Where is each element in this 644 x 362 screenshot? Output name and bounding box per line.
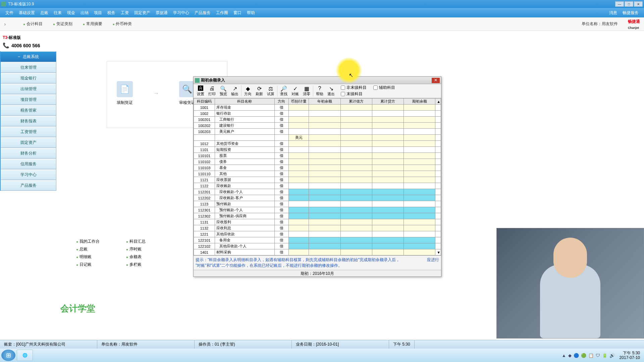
- menu-tax[interactable]: 税务: [105, 10, 118, 16]
- table-row[interactable]: 1001库存现金借: [194, 105, 441, 111]
- flow-audit[interactable]: 🔍 审核凭证: [179, 81, 195, 106]
- ql-journal[interactable]: 日记账: [76, 262, 100, 267]
- check-nonleaf[interactable]: 非末级科目: [341, 85, 367, 90]
- tray-icon[interactable]: 🛡: [596, 353, 600, 358]
- col-bal[interactable]: 期初余额: [404, 99, 435, 105]
- chevron-icon[interactable]: ›››: [4, 21, 5, 27]
- tb-设置[interactable]: 🅰设置: [195, 85, 206, 97]
- scrollbar[interactable]: [435, 111, 441, 117]
- scroll-up[interactable]: ▲: [435, 99, 441, 105]
- tb-试算[interactable]: ⚖试算: [265, 85, 276, 97]
- scrollbar[interactable]: [435, 219, 441, 225]
- tray-clock[interactable]: 下午 5:30 2017-07-10: [620, 351, 640, 360]
- menu-msg[interactable]: 消息: [606, 10, 620, 16]
- tb-预览[interactable]: 🔍预览: [218, 85, 229, 97]
- menu-cash[interactable]: 现金: [64, 10, 78, 16]
- dialog-close-button[interactable]: ✕: [432, 78, 440, 83]
- scrollbar[interactable]: [435, 225, 441, 231]
- scrollbar[interactable]: [435, 177, 441, 183]
- tb-查找[interactable]: 🔎查找: [278, 85, 289, 97]
- scrollbar[interactable]: [435, 141, 441, 147]
- table-row[interactable]: 100202 建设银行借: [194, 123, 441, 129]
- menu-ar[interactable]: 往来: [51, 10, 64, 16]
- balance-grid[interactable]: 科目编码 科目名称 方向 币别/计量 年初余额 累计借方 累计贷方 期初余额 ▲…: [194, 98, 441, 255]
- table-row[interactable]: 1122应收账款借: [194, 183, 441, 189]
- ql-chrono[interactable]: 序时账: [126, 246, 146, 252]
- scrollbar[interactable]: [435, 213, 441, 219]
- scrollbar[interactable]: [435, 159, 441, 165]
- tray-icon[interactable]: ◆: [568, 353, 572, 358]
- ql-detail[interactable]: 明细账: [76, 254, 100, 260]
- dialog-titlebar[interactable]: 期初余额录入 ✕: [194, 77, 441, 84]
- menu-window[interactable]: 窗口: [231, 10, 244, 16]
- ql-summary[interactable]: 科目汇总: [126, 239, 146, 244]
- nav-credit[interactable]: 信用服务: [1, 159, 56, 169]
- menu-help[interactable]: 帮助: [244, 10, 258, 16]
- table-row[interactable]: 110103 基金借: [194, 165, 441, 171]
- table-row[interactable]: 110101 股票借: [194, 153, 441, 159]
- tb-输出[interactable]: ↗输出: [229, 85, 240, 97]
- table-row[interactable]: 1132应收利息借: [194, 225, 441, 231]
- table-row[interactable]: 122101 备用金借: [194, 237, 441, 243]
- tray-icon[interactable]: 📋: [588, 353, 594, 358]
- ql-balance[interactable]: 余额表: [126, 254, 146, 260]
- scrollbar[interactable]: [435, 129, 441, 135]
- scrollbar[interactable]: [435, 105, 441, 111]
- sub-voucher-type[interactable]: 凭证类别: [53, 21, 72, 27]
- nav-tax[interactable]: 税务管家: [1, 105, 56, 116]
- scrollbar[interactable]: [435, 195, 441, 201]
- scrollbar[interactable]: [435, 231, 441, 237]
- nav-project[interactable]: 项目管理: [1, 94, 56, 105]
- tb-方向[interactable]: ◆方向: [242, 85, 254, 97]
- sub-currency[interactable]: 外币种类: [113, 21, 132, 27]
- nav-ar[interactable]: 往来管理: [1, 62, 56, 73]
- col-name[interactable]: 科目名称: [215, 99, 274, 105]
- table-row[interactable]: 112201 应收账款-个人借: [194, 189, 441, 195]
- nav-learn[interactable]: 学习中心: [1, 169, 56, 180]
- scrollbar[interactable]: [435, 123, 441, 129]
- scrollbar[interactable]: [435, 171, 441, 177]
- scrollbar[interactable]: [435, 237, 441, 243]
- scrollbar[interactable]: [435, 117, 441, 123]
- scroll-down[interactable]: ▼: [435, 249, 441, 255]
- col-curr[interactable]: 币别/计量: [288, 99, 309, 105]
- table-row[interactable]: 100201 工商银行借: [194, 117, 441, 123]
- scrollbar[interactable]: [435, 135, 441, 141]
- task-ie[interactable]: 🌐: [17, 350, 33, 361]
- scrollbar[interactable]: [435, 183, 441, 189]
- tray-icon[interactable]: 🟢: [581, 353, 586, 358]
- nav-salary[interactable]: 工资管理: [1, 126, 56, 137]
- check-aux[interactable]: 辅助科目: [373, 85, 395, 90]
- ql-multi[interactable]: 多栏账: [126, 262, 146, 267]
- table-row[interactable]: 1401材料采购借▼: [194, 249, 441, 255]
- table-row[interactable]: 112202 应收账款-客户借: [194, 195, 441, 201]
- scrollbar[interactable]: [435, 189, 441, 195]
- ql-desktop[interactable]: 我的工作台: [76, 239, 100, 244]
- table-row[interactable]: 1121应收票据借: [194, 177, 441, 183]
- menu-fa[interactable]: 固定资产: [131, 10, 153, 16]
- menu-file[interactable]: 文件: [3, 10, 16, 16]
- flow-create[interactable]: 📄 填制凭证: [117, 81, 133, 106]
- ql-gl[interactable]: 总账: [76, 246, 100, 252]
- menu-product[interactable]: 产品服务: [192, 10, 213, 16]
- close-button[interactable]: ✕: [634, 1, 643, 7]
- table-row[interactable]: 122102 其他应收款-个人借: [194, 243, 441, 249]
- scrollbar[interactable]: [435, 153, 441, 159]
- col-dir[interactable]: 方向: [274, 99, 288, 105]
- scrollbar[interactable]: [435, 201, 441, 207]
- menu-salary[interactable]: 工资: [118, 10, 131, 16]
- tray-icon[interactable]: 🔋: [602, 353, 607, 358]
- menu-circle[interactable]: 工作圈: [213, 10, 231, 16]
- table-row[interactable]: 1221其他应收款借: [194, 231, 441, 237]
- scrollbar[interactable]: [435, 207, 441, 213]
- menu-learn[interactable]: 学习中心: [170, 10, 192, 16]
- minimize-button[interactable]: —: [615, 1, 624, 7]
- start-button[interactable]: ⊞: [1, 350, 15, 361]
- table-row[interactable]: 1002银行存款借: [194, 111, 441, 117]
- menu-bill[interactable]: 票据通: [153, 10, 170, 16]
- sub-account[interactable]: 会计科目: [23, 21, 43, 27]
- scrollbar[interactable]: [435, 165, 441, 171]
- tb-刷新[interactable]: ⟳刷新: [254, 85, 265, 97]
- menu-project[interactable]: 项目: [91, 10, 105, 16]
- tray-icon[interactable]: ▲: [562, 353, 566, 358]
